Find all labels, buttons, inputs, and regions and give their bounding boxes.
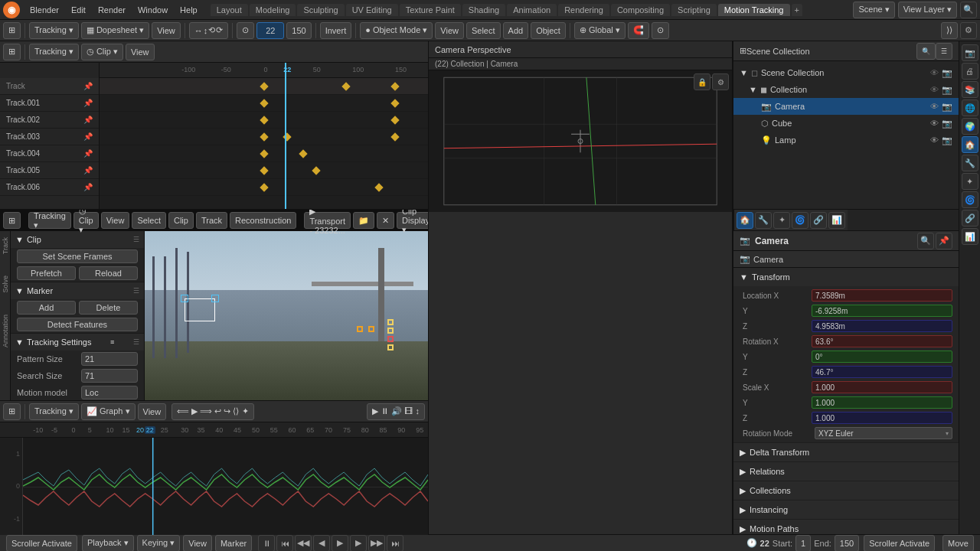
tab-texture-paint[interactable]: Texture Paint [400,4,461,16]
selected-marker[interactable] [185,298,215,321]
pattern-size-value[interactable]: 21 [81,352,138,366]
object-btn[interactable]: Object [531,22,566,39]
cam-render-icon[interactable]: 📷 [942,102,952,112]
dopesheet-clip-btn[interactable]: ◷ Clip ▾ [81,44,123,60]
scene-vis-icon[interactable]: 👁 [930,68,939,77]
keyframe-row-track[interactable] [100,78,428,95]
prev-key-icon[interactable]: ◀ [313,535,330,552]
ts-list-icon[interactable]: ≡ [110,338,114,346]
viewport-close-btn[interactable]: ✕ [377,212,394,229]
next-key-icon[interactable]: ▶ [350,535,367,552]
tab-sculpting[interactable]: Sculpting [297,4,344,16]
add-marker-btn[interactable]: Add [17,301,76,315]
dopesheet-editor-type[interactable]: ⊞ [3,44,21,60]
delete-marker-btn[interactable]: Delete [79,301,138,315]
world-props-icon[interactable]: 🌍 [962,118,978,135]
scale-x[interactable]: 1.000 [812,381,952,393]
add-btn[interactable]: Add [503,22,529,39]
collections-header[interactable]: ▶ Collections [733,481,959,500]
motion-paths-header[interactable]: ▶ Motion Paths [733,520,959,534]
start-frame-input[interactable]: 1 [795,535,811,552]
graph-view-btn[interactable]: View [138,403,167,420]
keyframe-row-006[interactable] [100,179,428,196]
view-layer-props-icon[interactable]: 📚 [962,81,978,98]
menu-file[interactable]: Blender [24,4,64,16]
play-pause-icon[interactable]: ⏸ [258,535,275,552]
tree-collection[interactable]: ▼ ◼ Collection 👁 📷 [733,81,959,98]
track-row-006[interactable]: Track.006 📌 [0,179,99,196]
menu-render[interactable]: Render [93,4,131,16]
menu-help[interactable]: Help [175,4,203,16]
location-x[interactable]: 7.3589m [812,289,952,302]
viewport-clip2-btn[interactable]: Clip [168,212,194,229]
col-vis-icon[interactable]: 👁 [930,85,939,94]
track-row-004[interactable]: Track.004 📌 [0,145,99,162]
prop-tab-data[interactable]: 📊 [828,212,845,229]
keyframe-row-004[interactable] [100,145,428,162]
cube-render-icon[interactable]: 📷 [942,119,952,129]
playback-marker-btn[interactable]: Marker [215,535,252,552]
tab-animation[interactable]: Animation [507,4,557,16]
end-frame-input[interactable]: 150 [835,535,859,552]
view-btn-main[interactable]: View [152,22,181,39]
instancing-header[interactable]: ▶ Instancing [733,500,959,519]
viewport-transport-btn[interactable]: ▶ Transport - 23232... [304,212,351,229]
lamp-vis-icon[interactable]: 👁 [930,135,939,145]
viewport-clip-display[interactable]: Clip Display ▾ [397,212,428,229]
col-render-icon[interactable]: 📷 [942,85,952,95]
tab-modeling[interactable]: Modeling [250,4,296,16]
invert-btn[interactable]: Invert [320,22,352,39]
prop-tab-physics[interactable]: 🌀 [792,212,808,229]
viewport-editor-type[interactable]: ⊞ [3,212,21,229]
motion-model-value[interactable]: Loc [81,386,138,399]
transform-header[interactable]: ▼ Transform [733,268,959,286]
playback-mode-btn[interactable]: Playback ▾ [82,535,134,552]
prefetch-btn[interactable]: Prefetch [17,266,76,280]
settings-icon[interactable]: ⚙ [960,22,977,39]
viewport-reconstruction-btn[interactable]: Reconstruction [230,212,296,229]
prev-frame-icon[interactable]: ◀◀ [295,535,312,552]
tracking-mode-btn[interactable]: Tracking ▾ [29,22,79,39]
next-frame-icon[interactable]: ▶▶ [368,535,385,552]
relations-header[interactable]: ▶ Relations [733,462,959,481]
tab-motion-tracking[interactable]: Motion Tracking [718,4,790,16]
cube-vis-icon[interactable]: 👁 [930,119,939,128]
keying-btn[interactable]: Keying ▾ [137,535,181,552]
snap-btn[interactable]: 🧲 [628,22,649,39]
tab-add[interactable]: + [792,4,802,16]
lamp-render-icon[interactable]: 📷 [942,135,952,145]
scroller-right-btn[interactable]: Scroller Activate [864,535,935,552]
play-icon[interactable]: ▶ [332,535,348,552]
graph-editor-type[interactable]: ⊞ [3,403,21,420]
delta-transform-header[interactable]: ▶ Delta Transform [733,443,959,461]
clip-menu-icon[interactable]: ☰ [133,236,139,243]
track-row-003[interactable]: Track.003 📌 [0,129,99,145]
graph-right-tools[interactable]: ▶ ⏸ 🔊 🎞 ↕ [367,403,425,420]
scroller-left-btn[interactable]: Scroller Activate [6,535,77,552]
viewport-file-btns[interactable]: 📁 [353,212,374,229]
render-props-icon[interactable]: 📷 [962,44,978,61]
keyframe-row-003[interactable] [100,129,428,145]
marker-section-title[interactable]: ▼ Marker ☰ [11,282,144,299]
tab-shading[interactable]: Shading [462,4,505,16]
select-btn[interactable]: Select [466,22,501,39]
tree-cube[interactable]: ⬡ Cube 👁 📷 [733,115,959,132]
viewport-view-btn[interactable]: View [101,212,130,229]
playback-view-btn[interactable]: View [183,535,212,552]
editor-type-btn[interactable]: ⊞ [3,22,21,39]
track-tab[interactable]: Track [2,237,9,254]
transform-btns[interactable]: ↔↕⟲⟳ [189,22,229,39]
reload-btn[interactable]: Reload [79,266,138,280]
prop-tab-modifier[interactable]: 🔧 [755,212,772,229]
viewport-clip-btn[interactable]: ◷ Clip ▾ [74,212,99,229]
search-icon-global[interactable]: 🔍 [960,2,977,18]
tree-lamp[interactable]: 💡 Lamp 👁 📷 [733,132,959,148]
scene-selector[interactable]: Scene ▾ [853,2,894,18]
location-z[interactable]: 4.9583m [812,320,952,332]
dopesheet-tracking-mode[interactable]: Tracking ▾ [29,44,79,60]
data-props-icon[interactable]: 📊 [962,228,978,245]
graph-type-btn[interactable]: 📈 Graph ▾ [81,403,136,420]
rotation-z[interactable]: 46.7° [812,366,952,378]
dopesheet-view-btn[interactable]: View [126,44,155,60]
graph-tracking-btn[interactable]: Tracking ▾ [29,403,79,420]
